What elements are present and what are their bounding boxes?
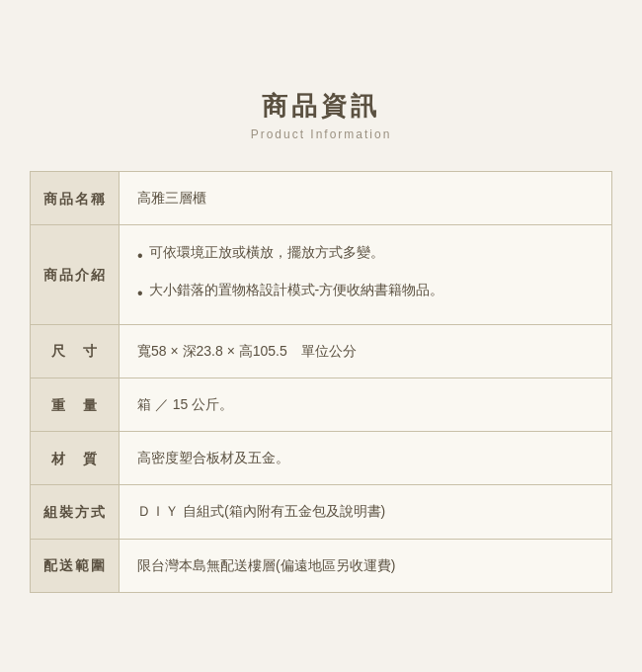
row-label: 組裝方式 <box>31 485 120 538</box>
table-row: 配送範圍限台灣本島無配送樓層(偏遠地區另收運費) <box>31 540 611 592</box>
bullet-icon: • <box>137 280 143 308</box>
table-row: 尺 寸寬58 × 深23.8 × 高105.5 單位公分 <box>31 325 611 378</box>
page-title-zh: 商品資訊 <box>30 89 612 124</box>
row-label: 材 質 <box>31 432 120 484</box>
bullet-text: 大小錯落的置物格設計模式-方便收納書籍物品。 <box>149 279 444 302</box>
table-row: 重 量箱 ／ 15 公斤。 <box>31 378 611 432</box>
product-info-container: 商品資訊 Product Information 商品名稱高雅三層櫃商品介紹•可… <box>30 79 612 593</box>
row-value: 箱 ／ 15 公斤。 <box>120 378 611 431</box>
table-row: 材 質高密度塑合板材及五金。 <box>31 432 611 485</box>
row-label: 重 量 <box>31 378 120 431</box>
bullet-icon: • <box>137 242 143 271</box>
bullet-item: •大小錯落的置物格設計模式-方便收納書籍物品。 <box>137 279 443 308</box>
table-row: 組裝方式ＤＩＹ 自組式(箱內附有五金包及說明書) <box>31 485 611 539</box>
table-row: 商品介紹•可依環境正放或橫放，擺放方式多變。•大小錯落的置物格設計模式-方便收納… <box>31 225 611 325</box>
table-row: 商品名稱高雅三層櫃 <box>31 172 611 225</box>
page-header: 商品資訊 Product Information <box>30 79 612 151</box>
bullet-text: 可依環境正放或橫放，擺放方式多變。 <box>149 241 384 265</box>
row-label: 配送範圍 <box>31 540 120 592</box>
row-value: 高雅三層櫃 <box>120 172 611 224</box>
info-table: 商品名稱高雅三層櫃商品介紹•可依環境正放或橫放，擺放方式多變。•大小錯落的置物格… <box>30 171 612 593</box>
bullet-item: •可依環境正放或橫放，擺放方式多變。 <box>137 241 384 271</box>
row-label: 尺 寸 <box>31 325 120 378</box>
row-label: 商品介紹 <box>31 225 120 324</box>
row-value: ＤＩＹ 自組式(箱內附有五金包及說明書) <box>120 485 611 538</box>
row-value: •可依環境正放或橫放，擺放方式多變。•大小錯落的置物格設計模式-方便收納書籍物品… <box>120 225 611 324</box>
row-value: 限台灣本島無配送樓層(偏遠地區另收運費) <box>120 540 611 592</box>
row-label: 商品名稱 <box>31 172 120 224</box>
row-value: 寬58 × 深23.8 × 高105.5 單位公分 <box>120 325 611 378</box>
page-title-en: Product Information <box>30 127 612 141</box>
row-value: 高密度塑合板材及五金。 <box>120 432 611 484</box>
